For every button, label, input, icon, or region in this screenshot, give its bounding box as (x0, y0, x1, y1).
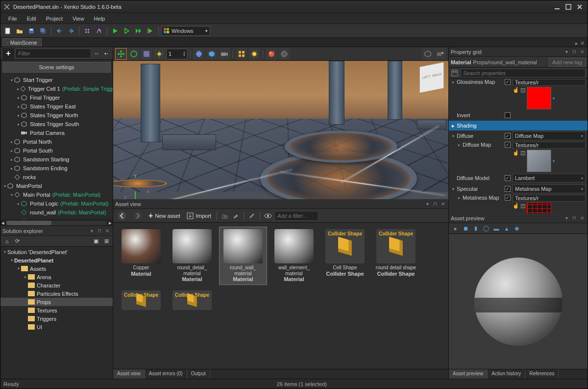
prop-diffusemap-value[interactable]: Textures/r (513, 142, 586, 149)
wireframe-icon[interactable] (278, 48, 290, 60)
hierarchy-item[interactable]: ▸Sandstorm Starting (0, 155, 113, 164)
hierarchy-item[interactable]: ▾MainPortal (0, 182, 113, 190)
asset-filter-input[interactable]: Add a filter... (274, 211, 318, 221)
menu-help[interactable]: Help (89, 15, 110, 23)
preview-cylinder-icon[interactable]: ▮ (471, 224, 480, 233)
hierarchy-item[interactable]: ▸Final Trigger (0, 93, 113, 102)
solution-explorer-item[interactable]: Textures (0, 306, 113, 314)
property-search-input[interactable]: Search properties (461, 69, 586, 78)
solution-explorer-tree[interactable]: ▾Solution 'DesertedPlanet'▾DesertedPlane… (0, 247, 113, 379)
fast-forward-icon[interactable] (133, 26, 144, 36)
material-preview-icon[interactable] (266, 48, 277, 60)
asset-preview-viewport[interactable] (449, 234, 588, 369)
scene-settings-button[interactable]: Scene settings (2, 62, 111, 73)
orientation-cube[interactable]: LEFT BACK (420, 62, 443, 93)
open-ide-icon[interactable] (94, 26, 104, 36)
menu-view[interactable]: View (68, 15, 89, 23)
solution-explorer-item[interactable]: ▾Assets (0, 264, 113, 273)
preview-torus-icon[interactable]: ◯ (482, 224, 490, 233)
asset-item[interactable]: CopperMaterial (117, 227, 165, 285)
prop-diffusemodel-value[interactable]: Lambert▾ (513, 174, 586, 182)
se-showall-icon[interactable]: ⊞ (102, 237, 111, 246)
hierarchy-item[interactable]: ▸Sandstorm Ending (0, 164, 113, 173)
expand-all-icon[interactable]: ◦◦ (92, 49, 101, 58)
prop-diffusemodel-check[interactable]: ✓ (505, 175, 511, 181)
asset-grid[interactable]: CopperMaterialround_detail_materialMater… (113, 223, 448, 369)
redo-icon[interactable] (66, 26, 76, 36)
preview-cone-icon[interactable]: ▲ (502, 224, 511, 233)
hierarchy-item[interactable]: ▸States Trigger East (0, 102, 113, 111)
add-tag-button[interactable]: Add new tag (549, 58, 586, 67)
solution-explorer-item[interactable]: ▾Solution 'DesertedPlanet' (0, 248, 113, 256)
chevron-down-icon[interactable]: ▾ (553, 159, 555, 163)
prop-glossiness-value[interactable]: Textures/r (513, 79, 586, 86)
hierarchy-item[interactable]: ▸Portal North (0, 137, 113, 146)
hand-icon[interactable]: ☝ (513, 150, 519, 156)
solution-explorer-item[interactable]: ▸Arena (0, 273, 113, 281)
collapse-all-icon[interactable]: •◦ (102, 49, 111, 58)
tab-close-icon[interactable]: ✕ (580, 40, 585, 47)
prop-specular-check[interactable]: ✓ (505, 186, 511, 192)
import-button[interactable]: Import (184, 210, 213, 221)
metalness-swatch[interactable] (527, 203, 551, 213)
hand-icon[interactable]: ☝ (513, 87, 519, 93)
asset-item[interactable]: Collider Shape (117, 288, 165, 312)
solution-explorer-item[interactable]: Character (0, 281, 113, 289)
eraser-icon[interactable]: ◫ (520, 150, 525, 156)
menu-file[interactable]: File (3, 15, 22, 23)
rotate-gizmo-icon[interactable] (128, 48, 140, 60)
hierarchy-item[interactable]: rocks (0, 173, 113, 182)
asset-edit-icon[interactable] (247, 211, 256, 220)
tab-output[interactable]: Output (187, 369, 210, 379)
preview-cube-icon[interactable]: ◼ (461, 224, 470, 233)
hierarchy-h-scrollbar[interactable]: ◂▸ (0, 219, 113, 226)
prop-diffusemap-check[interactable]: ✓ (505, 142, 511, 148)
new-asset-button[interactable]: +New asset (147, 210, 182, 221)
asset-item[interactable]: Collider Shape (168, 288, 216, 312)
prop-metalness-value[interactable]: Textures/r (513, 195, 586, 202)
asset-item[interactable]: wall_element_materialMaterial (270, 227, 318, 285)
save-all-icon[interactable] (38, 26, 49, 36)
shading-section-header[interactable]: ▸Shading (449, 121, 588, 130)
panel-dropdown-icon[interactable]: ▾ (424, 201, 431, 207)
hierarchy-item[interactable]: ▾Main Portal(Prefab: MainPortal) (0, 190, 113, 199)
reload-assemblies-icon[interactable] (82, 26, 93, 36)
asset-item[interactable]: round_detail_materialMaterial (168, 227, 216, 285)
preview-plane-icon[interactable]: ▬ (492, 224, 501, 233)
snap-icon[interactable] (153, 48, 165, 60)
eraser-icon[interactable]: ◫ (520, 203, 525, 209)
panel-close-icon[interactable]: ✕ (104, 228, 111, 234)
add-entity-button[interactable]: + (2, 48, 14, 59)
menu-project[interactable]: Project (41, 15, 68, 23)
lighting-icon[interactable] (248, 48, 260, 60)
preview-teapot-icon[interactable]: ◉ (513, 224, 521, 233)
play-icon[interactable] (110, 26, 121, 36)
prop-diffuse-value[interactable]: Diffuse Map▾ (513, 131, 586, 140)
tab-references[interactable]: References (525, 369, 559, 379)
prop-diffuse-check[interactable]: ✓ (505, 133, 511, 139)
scene-viewport[interactable]: Y X Z LEFT BACK (113, 61, 448, 199)
hierarchy-filter-input[interactable]: Filter (15, 49, 91, 58)
hierarchy-item[interactable]: ▸Portal Logic(Prefab: MainPortal) (0, 199, 113, 208)
tab-overflow-icon[interactable]: ▸ (575, 40, 578, 47)
hierarchy-tree[interactable]: ▾Start Trigger▸Trigger Cell 1(Prefab: Si… (0, 75, 113, 219)
asset-view-mode-icon[interactable] (264, 211, 272, 220)
camera-preview-icon[interactable] (435, 48, 446, 60)
hierarchy-item[interactable]: ▾Start Trigger (0, 76, 113, 84)
tab-asset-errors[interactable]: Asset errors (0) (145, 369, 187, 379)
close-button[interactable] (575, 3, 585, 11)
gizmo-display-icon[interactable] (422, 48, 434, 60)
scene-tab[interactable]: ‹ MainScene (2, 38, 42, 47)
property-grid-body[interactable]: ▸Glossiness Map ✓ Textures/r ☝◫ ▾ Invert… (449, 78, 588, 213)
play-live-icon[interactable] (145, 26, 156, 36)
asset-back-button[interactable] (115, 210, 129, 221)
glossiness-swatch[interactable] (527, 87, 551, 109)
save-icon[interactable] (26, 26, 37, 36)
hierarchy-item[interactable]: ▸Trigger Cell 1(Prefab: Simple Trigg (0, 84, 113, 93)
solution-explorer-item[interactable]: Props (0, 298, 113, 306)
hierarchy-item[interactable]: ▸Portal South (0, 146, 113, 155)
property-category-icon[interactable] (451, 69, 459, 77)
solution-explorer-item[interactable]: UI (0, 323, 113, 331)
panel-pin-icon[interactable]: ⊓ (432, 201, 439, 207)
panel-close-icon[interactable]: ✕ (579, 215, 586, 222)
